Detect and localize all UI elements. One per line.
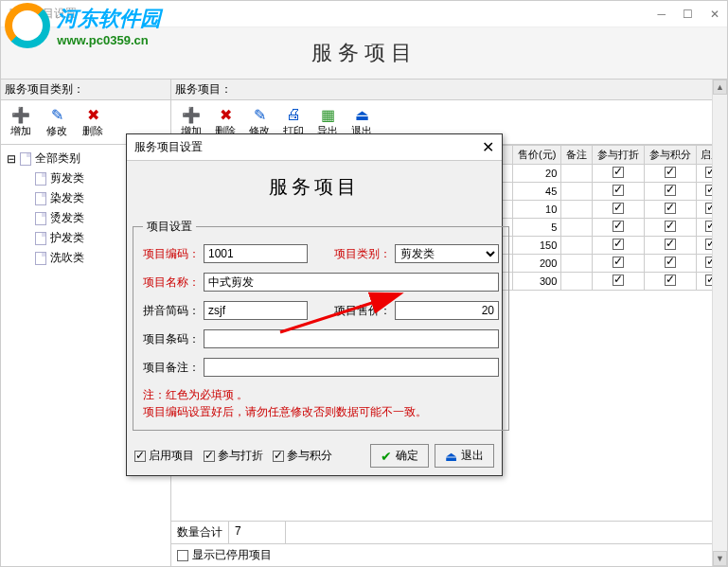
grid-checkbox[interactable] bbox=[665, 275, 676, 286]
grid-checkbox[interactable] bbox=[613, 203, 624, 214]
name-label: 项目名称： bbox=[143, 275, 200, 291]
grid-checkbox[interactable] bbox=[665, 239, 676, 250]
grid-checkbox[interactable] bbox=[665, 257, 676, 268]
maximize-icon[interactable]: ☐ bbox=[683, 8, 693, 21]
item-settings-fieldset: 项目设置 项目编码： 项目类别： 剪发类 项目名称： 拼音简码： 项目售价： 项… bbox=[133, 219, 509, 431]
show-disabled-checkbox[interactable] bbox=[177, 550, 188, 561]
minimize-icon[interactable]: ─ bbox=[657, 8, 666, 21]
exit-button[interactable]: ⏏退出 bbox=[435, 444, 494, 468]
window-controls: ─ ☐ ✕ bbox=[657, 8, 719, 21]
item-settings-dialog: 服务项目设置 ✕ 服务项目 项目设置 项目编码： 项目类别： 剪发类 项目名称：… bbox=[126, 133, 503, 476]
toolbar-icon: ➕ bbox=[183, 106, 200, 123]
toolbar-icon: ✎ bbox=[251, 106, 268, 123]
toolbar-icon: ➕ bbox=[12, 106, 29, 123]
grid-checkbox[interactable] bbox=[613, 185, 624, 196]
watermark-logo: 河东软件园 www.pc0359.cn bbox=[5, 3, 161, 48]
barcode-input[interactable] bbox=[204, 329, 499, 348]
grid-checkbox[interactable] bbox=[665, 203, 676, 214]
ok-button[interactable]: ✔确定 bbox=[370, 444, 429, 468]
grid-checkbox[interactable] bbox=[613, 275, 624, 286]
category-select[interactable]: 剪发类 bbox=[395, 244, 499, 263]
document-icon bbox=[35, 232, 46, 245]
column-header[interactable]: 参与积分 bbox=[644, 146, 696, 165]
pinyin-label: 拼音简码： bbox=[143, 303, 200, 319]
page-title: 服务项目 bbox=[311, 39, 417, 67]
logo-url: www.pc0359.cn bbox=[57, 33, 161, 47]
code-label: 项目编码： bbox=[143, 246, 200, 262]
column-header[interactable]: 备注 bbox=[561, 146, 592, 165]
sum-label: 数量合计 bbox=[171, 522, 229, 543]
toolbar-icon: 🖨 bbox=[285, 106, 302, 123]
toolbar-icon: ✎ bbox=[48, 106, 65, 123]
price-label: 项目售价： bbox=[334, 303, 391, 319]
items-panel-label: 服务项目： bbox=[171, 80, 727, 100]
grid-footer: 数量合计 7 显示已停用项目 bbox=[171, 521, 727, 566]
required-note: 注：红色为必填项 。 项目编码设置好后，请勿任意修改否则数据可能不一致。 bbox=[143, 386, 499, 420]
sum-value: 7 bbox=[229, 522, 286, 543]
category-label: 项目类别： bbox=[334, 246, 391, 262]
修改-button[interactable]: ✎修改 bbox=[41, 104, 73, 140]
dialog-header: 服务项目 bbox=[127, 161, 502, 213]
scroll-down-icon[interactable]: ▼ bbox=[713, 551, 727, 566]
grid-checkbox[interactable] bbox=[613, 221, 624, 232]
price-input[interactable] bbox=[395, 301, 499, 320]
remark-input[interactable] bbox=[204, 358, 499, 377]
grid-checkbox[interactable] bbox=[613, 239, 624, 250]
document-icon bbox=[35, 192, 46, 205]
barcode-label: 项目条码： bbox=[143, 331, 200, 347]
dialog-close-icon[interactable]: ✕ bbox=[482, 138, 494, 156]
enable-label: 启用项目 bbox=[149, 448, 194, 464]
column-header[interactable]: 售价(元) bbox=[513, 146, 561, 165]
code-input[interactable] bbox=[204, 244, 308, 263]
name-input[interactable] bbox=[204, 273, 499, 292]
points-label: 参与积分 bbox=[287, 448, 332, 464]
toolbar-icon: ⏏ bbox=[353, 106, 370, 123]
logo-text: 河东软件园 bbox=[57, 5, 161, 33]
toolbar-icon: ✖ bbox=[217, 106, 234, 123]
toolbar-icon: ✖ bbox=[84, 106, 101, 123]
删除-button[interactable]: ✖删除 bbox=[77, 104, 109, 140]
dialog-buttons: 启用项目 参与打折 参与积分 ✔确定 ⏏退出 bbox=[127, 436, 502, 475]
column-header[interactable]: 参与打折 bbox=[592, 146, 644, 165]
dialog-title: 服务项目设置 bbox=[134, 139, 203, 155]
dialog-titlebar: 服务项目设置 ✕ bbox=[127, 134, 502, 161]
show-disabled-label: 显示已停用项目 bbox=[192, 547, 272, 563]
enable-checkbox[interactable] bbox=[134, 451, 146, 462]
grid-checkbox[interactable] bbox=[613, 257, 624, 268]
minus-icon[interactable]: ⊟ bbox=[7, 152, 16, 166]
toolbar-icon: ▦ bbox=[319, 106, 336, 123]
document-icon bbox=[35, 252, 46, 265]
grid-checkbox[interactable] bbox=[665, 167, 676, 178]
grid-checkbox[interactable] bbox=[613, 167, 624, 178]
exit-icon: ⏏ bbox=[445, 449, 457, 464]
document-icon bbox=[35, 212, 46, 225]
增加-button[interactable]: ➕增加 bbox=[5, 104, 37, 140]
discount-label: 参与打折 bbox=[218, 448, 263, 464]
folder-icon bbox=[20, 152, 31, 166]
grid-checkbox[interactable] bbox=[665, 221, 676, 232]
document-icon bbox=[35, 172, 46, 186]
scroll-up-icon[interactable]: ▲ bbox=[713, 80, 727, 95]
category-panel-label: 服务项目类别： bbox=[1, 80, 170, 100]
logo-icon bbox=[5, 3, 50, 48]
close-icon[interactable]: ✕ bbox=[710, 8, 719, 21]
vertical-scrollbar[interactable]: ▲ ▼ bbox=[712, 80, 727, 566]
discount-checkbox[interactable] bbox=[204, 451, 215, 462]
points-checkbox[interactable] bbox=[273, 451, 284, 462]
pinyin-input[interactable] bbox=[204, 301, 308, 320]
grid-checkbox[interactable] bbox=[665, 185, 676, 196]
remark-label: 项目备注： bbox=[143, 360, 200, 376]
tree-root-label: 全部类别 bbox=[35, 151, 80, 167]
fieldset-legend: 项目设置 bbox=[143, 219, 196, 235]
check-icon: ✔ bbox=[381, 449, 392, 464]
